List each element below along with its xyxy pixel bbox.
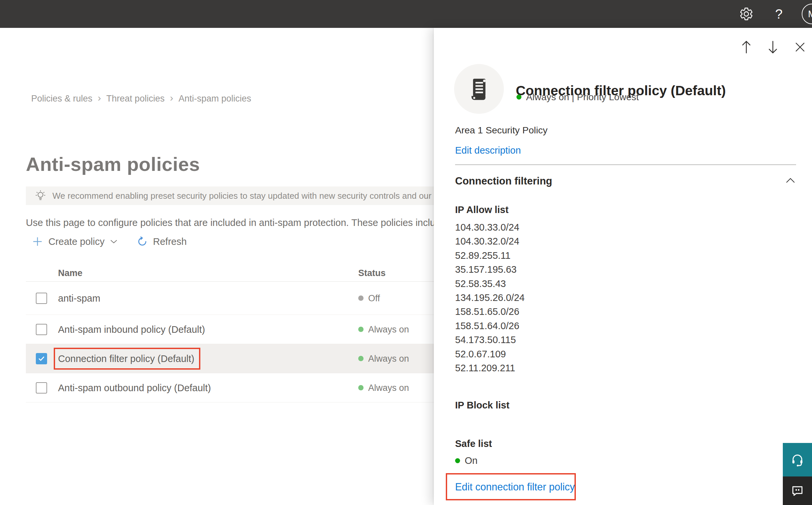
ip-entry: 52.89.255.11 [455,248,525,263]
page-description: Use this page to configure policies that… [26,217,434,228]
ip-entry: 35.157.195.63 [455,263,525,277]
row-checkbox-checked[interactable] [36,353,47,364]
status-dot [358,356,364,361]
lightbulb-icon [34,190,46,202]
ip-entry: 158.51.64.0/26 [455,319,525,333]
refresh-button[interactable]: Refresh [137,236,187,247]
policies-table: Name Status anti-spam Off Anti-spam inbo… [26,264,434,402]
feedback-chat-icon [790,483,805,498]
safe-list-status: On [455,455,478,466]
recommendation-banner: We recommend enabling preset security po… [26,186,434,205]
previous-item-arrow-icon[interactable] [739,40,754,54]
policy-details-flyout: Connection filter policy (Default) Alway… [434,28,812,505]
avatar[interactable]: M [802,4,812,24]
breadcrumb-threat-policies[interactable]: Threat policies [107,94,165,104]
status-dot [358,385,364,390]
app-root: ? M Policies & rules › Threat policies ›… [0,0,812,505]
ip-block-list-label: IP Block list [455,400,510,411]
refresh-icon [137,236,148,247]
plus-icon [32,236,43,247]
status-dot [517,95,522,100]
chevron-right-icon: › [170,92,173,104]
table-row-selected: Connection filter policy (Default) Alway… [26,344,434,373]
safe-list-label: Safe list [455,438,492,449]
toolbar: Create policy Refresh [32,233,187,249]
feedback-button[interactable] [783,477,812,505]
edit-description-link[interactable]: Edit description [455,145,521,156]
ip-allow-list: 104.30.33.0/24 104.30.32.0/24 52.89.255.… [455,220,525,375]
status-dot [455,458,460,463]
create-policy-button[interactable]: Create policy [32,236,118,247]
policy-status: Always on [358,353,409,364]
row-checkbox[interactable] [36,293,47,304]
chevron-up-icon [786,177,795,184]
ip-entry: 104.30.33.0/24 [455,220,525,234]
policy-description: Area 1 Security Policy [455,125,548,136]
flyout-status: Always on | Priority Lowest [517,92,639,103]
table-row: Anti-spam outbound policy (Default) Alwa… [26,373,434,402]
policy-name[interactable]: Connection filter policy (Default) [58,353,194,364]
next-item-arrow-icon[interactable] [766,40,780,54]
policy-name[interactable]: anti-spam [58,293,100,304]
help-icon[interactable]: ? [771,6,787,22]
topbar: ? M [0,0,812,28]
ip-allow-list-label: IP Allow list [455,204,509,215]
breadcrumb-anti-spam-policies: Anti-spam policies [178,94,251,104]
policy-name[interactable]: Anti-spam outbound policy (Default) [58,382,211,393]
connection-filtering-section-header[interactable]: Connection filtering [455,175,796,188]
status-dot [358,327,364,332]
section-title: Connection filtering [455,175,552,187]
ip-entry: 52.0.67.109 [455,347,525,361]
policy-status: Always on [358,324,409,334]
chevron-down-icon [110,239,118,244]
chevron-right-icon: › [98,92,101,104]
ip-entry: 158.51.65.0/26 [455,305,525,319]
banner-text: We recommend enabling preset security po… [52,191,434,201]
table-header: Name Status [26,264,434,282]
ip-entry: 54.173.50.115 [455,333,525,347]
divider [455,165,796,165]
headset-icon [790,452,805,468]
table-row: Anti-spam inbound policy (Default) Alway… [26,315,434,344]
status-dot [358,296,364,301]
ip-entry: 134.195.26.0/24 [455,291,525,305]
refresh-label: Refresh [153,236,187,247]
ip-entry: 52.58.35.43 [455,277,525,291]
anti-spam-policies-page: Policies & rules › Threat policies › Ant… [0,28,434,505]
page-title: Anti-spam policies [26,153,200,175]
row-checkbox[interactable] [36,382,47,393]
row-checkbox[interactable] [36,324,47,335]
close-icon[interactable] [793,40,807,54]
ip-entry: 52.11.209.211 [455,361,525,375]
breadcrumb: Policies & rules › Threat policies › Ant… [31,93,251,104]
ip-entry: 104.30.32.0/24 [455,234,525,248]
support-button[interactable] [783,443,812,477]
policy-status: Always on [358,382,409,393]
gear-icon[interactable] [738,6,754,22]
policy-scroll-icon [454,64,504,114]
edit-connection-filter-policy-link[interactable]: Edit connection filter policy [455,481,575,493]
column-header-name[interactable]: Name [58,268,82,278]
table-row: anti-spam Off [26,282,434,315]
policy-status: Off [358,293,380,303]
column-header-status[interactable]: Status [358,268,386,278]
policy-name[interactable]: Anti-spam inbound policy (Default) [58,324,205,335]
breadcrumb-policies-rules[interactable]: Policies & rules [31,94,92,104]
create-policy-label: Create policy [48,236,105,247]
